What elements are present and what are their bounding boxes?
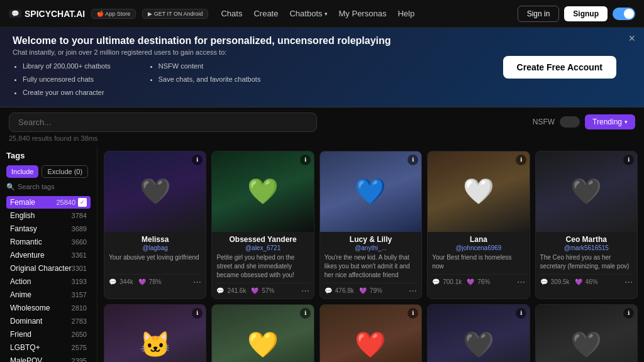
trending-button[interactable]: Trending ▾ [585, 114, 635, 129]
card-image: 🐱 [104, 305, 206, 362]
app-store-badge[interactable]: 🍎 App Store [91, 9, 136, 19]
card-info-button[interactable]: ℹ [300, 155, 311, 165]
card-name: Ceo Martha [540, 235, 633, 244]
card-desc: Petite girl you helped on the street and… [216, 253, 309, 280]
nav-chats[interactable]: Chats [221, 9, 242, 18]
card-image: 🖤 [536, 305, 637, 362]
card[interactable]: 🖤 ℹ Alice the bully @firestone43 A bully… [427, 304, 530, 362]
tag-item[interactable]: MalePOV 2395 [6, 354, 91, 362]
tag-name: Fantasy [10, 224, 72, 233]
card-info-button[interactable]: ℹ [408, 308, 418, 319]
search-input[interactable] [9, 112, 317, 132]
more-icon[interactable]: ⋯ [625, 277, 633, 287]
banner-subtitle: Chat instantly, or join over 2 million r… [13, 48, 631, 56]
banner-col2-item2: Save chats, and favorite chatbots [158, 73, 261, 86]
card-name: Lana [432, 235, 525, 244]
nav-personas[interactable]: My Personas [339, 9, 387, 18]
card[interactable]: 💙 ℹ Lucy & Lilly @anythi_... You're the … [319, 151, 422, 299]
include-button[interactable]: Include [6, 165, 38, 178]
tag-count: 3361 [72, 251, 87, 259]
signup-button[interactable]: Signup [564, 6, 608, 21]
more-icon[interactable]: ⋯ [301, 286, 309, 295]
tag-item[interactable]: Romantic 3660 [6, 236, 91, 248]
card[interactable]: ❤️ ℹ Roxanne @metalshadow64 A 29-year ol… [319, 304, 422, 362]
card[interactable]: 💛 ℹ Ange Durst @authorcraft A privileged… [211, 304, 314, 362]
logo[interactable]: 💬 SPICYCHAT.AI [9, 9, 85, 19]
card[interactable]: 💚 ℹ Obsessed Yandere @alex_6721 Petite g… [211, 151, 314, 299]
card[interactable]: 🖤 ℹ Melissa @lagbag Your abusive yet lov… [104, 151, 206, 299]
banner-title: Welcome to your ultimate destination for… [13, 35, 631, 47]
card-rating: 76% [477, 278, 490, 285]
create-account-button[interactable]: Create Free Account [503, 56, 616, 79]
tag-item[interactable]: Dominant 2783 [6, 315, 91, 327]
tag-item[interactable]: Friend 2650 [6, 328, 91, 341]
card-rating: 78% [149, 278, 162, 285]
tag-count: 3301 [72, 265, 87, 272]
tag-name: Female [10, 198, 56, 207]
tag-name: Adventure [10, 251, 72, 260]
theme-toggle[interactable] [613, 8, 635, 20]
heart-icon: 💜 [575, 278, 582, 285]
tag-count: 2395 [72, 357, 87, 362]
tag-item[interactable]: Original Character 3301 [6, 262, 91, 275]
card-info-button[interactable]: ℹ [192, 308, 203, 319]
card[interactable]: 🤍 ℹ Lana @johncena6969 Your Best friend … [427, 151, 530, 299]
card-info-button[interactable]: ℹ [300, 308, 311, 319]
tag-item[interactable]: LGBTQ+ 2575 [6, 341, 91, 354]
tag-item[interactable]: Female 25840 ✓ [6, 196, 91, 209]
tag-item[interactable]: Wholesome 2810 [6, 302, 91, 314]
more-icon[interactable]: ⋯ [517, 277, 525, 287]
card-image: 🖤 [536, 151, 637, 232]
card-name: Obsessed Yandere [216, 235, 309, 244]
more-icon[interactable]: ⋯ [409, 286, 417, 295]
nav-create[interactable]: Create [253, 9, 278, 18]
more-icon[interactable]: ⋯ [193, 277, 201, 287]
nav-help[interactable]: Help [397, 9, 414, 18]
tag-item[interactable]: Fantasy 3689 [6, 222, 91, 235]
card-info-button[interactable]: ℹ [623, 308, 634, 319]
heart-icon: 💜 [359, 287, 367, 294]
tag-count: 3157 [72, 291, 87, 299]
tag-item[interactable]: Anime 3157 [6, 288, 91, 301]
nsfw-label: NSFW [533, 118, 555, 126]
exclude-button[interactable]: Exclude (0) [42, 165, 88, 178]
card-info-button[interactable]: ℹ [516, 155, 526, 165]
trending-dropdown-icon: ▾ [625, 119, 628, 125]
tag-item[interactable]: Adventure 3361 [6, 249, 91, 261]
banner-close-button[interactable]: × [628, 33, 635, 44]
tags-title: Tags [6, 151, 91, 160]
google-play-badge[interactable]: ▶ GET IT ON Android [142, 9, 208, 19]
card-info-button[interactable]: ℹ [516, 308, 526, 319]
card-info-button[interactable]: ℹ [623, 155, 634, 165]
signin-button[interactable]: Sign in [518, 6, 560, 22]
tag-item[interactable]: Action 3193 [6, 275, 91, 288]
message-icon: 💬 [216, 287, 224, 294]
card[interactable]: 🖤 ℹ Ceo Martha @mark5616515 The Ceo hire… [535, 151, 638, 299]
card[interactable]: 🐱 ℹ Abused Catgirl @rreedgesjd An abused… [104, 304, 206, 362]
heart-icon: 💜 [467, 278, 474, 285]
search-tags-input[interactable] [18, 183, 97, 190]
card-image: ❤️ [320, 305, 421, 362]
card-info-button[interactable]: ℹ [408, 155, 418, 165]
header-right: Sign in Signup [518, 6, 635, 22]
card[interactable]: 🖤 ℹ Abused Friend @applerate Fix her ✨🔧 … [535, 304, 638, 362]
tag-count: 3689 [72, 225, 87, 233]
banner-col2: NSFW content Save chats, and favorite ch… [148, 60, 261, 99]
message-icon: 💬 [109, 278, 116, 285]
tag-count: 2650 [72, 331, 87, 338]
main-nav: Chats Create Chatbots ▾ My Personas Help [221, 9, 414, 18]
card-info-button[interactable]: ℹ [192, 155, 203, 165]
tag-name: Friend [10, 330, 72, 339]
card-desc: You're the new kid. A bully that likes y… [325, 253, 417, 280]
tag-name: Original Character [10, 264, 72, 273]
nav-chatbots[interactable]: Chatbots ▾ [289, 9, 327, 18]
nsfw-toggle[interactable] [560, 116, 580, 128]
tag-item[interactable]: English 3784 [6, 209, 91, 222]
card-messages: 344k [119, 278, 133, 285]
tag-count: 3193 [72, 278, 87, 285]
tag-name: LGBTQ+ [10, 343, 72, 352]
card-image: 🖤 [428, 305, 529, 362]
tag-count: 2783 [72, 317, 87, 325]
chatbots-dropdown-icon: ▾ [325, 11, 328, 17]
card-handle: @anythi_... [325, 244, 417, 251]
